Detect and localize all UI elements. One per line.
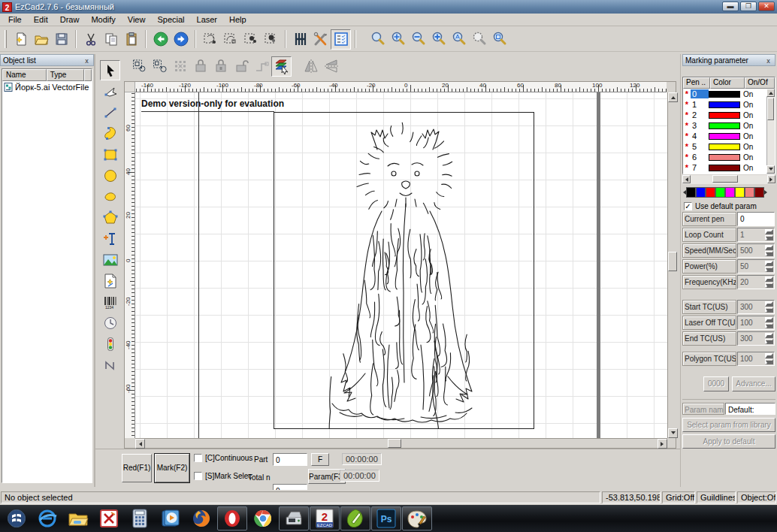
- spinner-up-icon[interactable]: [765, 277, 773, 282]
- scroll-left-icon[interactable]: [135, 439, 145, 449]
- pen-row[interactable]: *5On: [683, 141, 775, 152]
- delay-tool-button[interactable]: [100, 313, 120, 333]
- status-grid[interactable]: Grid:Off: [662, 491, 695, 503]
- red-f1-button[interactable]: Red(F1): [122, 454, 152, 482]
- continuous-row[interactable]: [C]Continuous: [194, 454, 252, 462]
- spinner-up-icon[interactable]: [765, 301, 773, 307]
- param-value[interactable]: 300: [737, 331, 775, 346]
- input-output-tool-button[interactable]: [100, 334, 120, 354]
- param-value[interactable]: 100: [737, 352, 775, 366]
- system-options-button[interactable]: [310, 29, 331, 50]
- use-default-param-row[interactable]: ✓ Use default param: [684, 202, 775, 210]
- spinner-down-icon[interactable]: [765, 323, 773, 328]
- lock-button[interactable]: [190, 56, 210, 77]
- zoom-all-button[interactable]: [449, 29, 469, 50]
- status-object[interactable]: Object:Off: [737, 491, 776, 503]
- pen-row[interactable]: *2On: [683, 110, 775, 120]
- pen-color-swatch[interactable]: [709, 154, 740, 161]
- status-guildlines[interactable]: Guildlines: [697, 491, 736, 503]
- param-value[interactable]: 500: [737, 243, 775, 258]
- param-value[interactable]: 20: [737, 275, 775, 289]
- zoom-move-button[interactable]: [388, 29, 408, 50]
- select-invert-button[interactable]: [220, 29, 240, 50]
- scroll-down-icon[interactable]: [668, 428, 678, 438]
- menu-item-draw[interactable]: Draw: [55, 14, 85, 25]
- text-tool-button[interactable]: [100, 228, 120, 249]
- taskbar-red-office-icon[interactable]: [94, 506, 124, 530]
- taskbar-ezcad-icon[interactable]: 2EZCAD: [310, 506, 340, 530]
- pen-row[interactable]: *6On: [683, 152, 775, 162]
- maximize-button[interactable]: ❐: [740, 2, 757, 11]
- bitmap-tool-button[interactable]: [100, 249, 120, 270]
- toolbar-grip[interactable]: [5, 30, 7, 48]
- paste-button[interactable]: [121, 29, 141, 50]
- palette-color[interactable]: [754, 187, 764, 198]
- select-tool-button[interactable]: [100, 60, 120, 80]
- palette-right-icon[interactable]: [764, 190, 769, 195]
- param-value[interactable]: 1: [737, 228, 775, 242]
- spinner-control[interactable]: [765, 301, 773, 313]
- unlock-button[interactable]: [231, 56, 251, 77]
- rectangle-tool-button[interactable]: [100, 144, 120, 165]
- point-tool-button[interactable]: [100, 186, 120, 207]
- palette-left-icon[interactable]: [681, 190, 686, 195]
- spinner-down-icon[interactable]: [765, 251, 773, 256]
- pen-table-scrollbar[interactable]: [766, 89, 775, 174]
- select-param-library-button[interactable]: Select param from library: [682, 418, 775, 432]
- select-all-button[interactable]: [200, 29, 220, 50]
- menu-item-help[interactable]: Help: [224, 14, 252, 25]
- param-value[interactable]: 50: [737, 259, 775, 274]
- palette-color[interactable]: [725, 187, 735, 198]
- drawing-area[interactable]: Demo version-only for evaluation: [135, 92, 667, 438]
- lock-all-button[interactable]: [210, 56, 231, 77]
- scroll-right-icon[interactable]: [767, 175, 775, 183]
- zoom-selection-button[interactable]: [469, 29, 489, 50]
- title-bar[interactable]: 2 EzCad2.7.6 - безымянный ▬ ❐ ✕: [0, 0, 777, 14]
- spinner-control[interactable]: [765, 317, 773, 328]
- advance-button[interactable]: Advance...: [732, 376, 775, 391]
- param-value[interactable]: 300: [737, 300, 775, 314]
- spinner-control[interactable]: [765, 353, 773, 364]
- mark-f2-button[interactable]: Mark(F2): [155, 454, 189, 482]
- taskbar-calculator-icon[interactable]: [125, 506, 155, 530]
- pen-hscroll-thumb[interactable]: [712, 175, 738, 183]
- scroll-right-icon[interactable]: [658, 439, 667, 449]
- spinner-control[interactable]: [765, 229, 773, 240]
- zoom-in-button[interactable]: [428, 29, 449, 50]
- polygon-tool-button[interactable]: [100, 207, 120, 228]
- spinner-down-icon[interactable]: [765, 307, 773, 313]
- spinner-up-icon[interactable]: [765, 229, 773, 234]
- taskbar-paint-icon[interactable]: [402, 506, 432, 530]
- vector-file-tool-button[interactable]: [100, 271, 120, 291]
- taskbar-chrome-icon[interactable]: [248, 506, 278, 530]
- spinner-down-icon[interactable]: [765, 359, 773, 364]
- taskbar-device-icon[interactable]: [279, 506, 309, 530]
- menu-item-file[interactable]: File: [3, 14, 27, 25]
- zoom-out-button[interactable]: [408, 29, 428, 50]
- pen-color-swatch[interactable]: [709, 122, 740, 129]
- copy-button[interactable]: [101, 29, 121, 50]
- dog-vector-drawing[interactable]: [293, 115, 519, 429]
- group-button[interactable]: [129, 56, 150, 77]
- barcode-tool-button[interactable]: 1234: [100, 292, 120, 312]
- vertical-scrollbar[interactable]: [667, 92, 677, 438]
- palette-color[interactable]: [735, 187, 745, 198]
- curve-tool-button[interactable]: [100, 123, 120, 144]
- param-name-value[interactable]: Default:: [725, 403, 775, 415]
- pen-row[interactable]: *1On: [683, 99, 775, 110]
- zeros-button[interactable]: 0000: [703, 376, 729, 391]
- marking-param-toggle-button[interactable]: [331, 29, 351, 50]
- param-value[interactable]: 100: [737, 316, 775, 330]
- taskbar-opera-icon[interactable]: [217, 506, 247, 530]
- panel-close-icon[interactable]: x: [83, 56, 91, 65]
- new-file-button[interactable]: [11, 29, 31, 50]
- use-default-checkbox[interactable]: ✓: [684, 202, 692, 210]
- scroll-up-icon[interactable]: [766, 89, 775, 97]
- pen-color-swatch[interactable]: [709, 165, 740, 171]
- array-button[interactable]: [170, 56, 190, 77]
- undo-button[interactable]: [150, 29, 171, 50]
- pen-color-swatch[interactable]: [709, 144, 740, 150]
- menu-item-laser[interactable]: Laser: [192, 14, 223, 25]
- palette-color[interactable]: [745, 187, 754, 198]
- param-value[interactable]: 0: [737, 212, 775, 226]
